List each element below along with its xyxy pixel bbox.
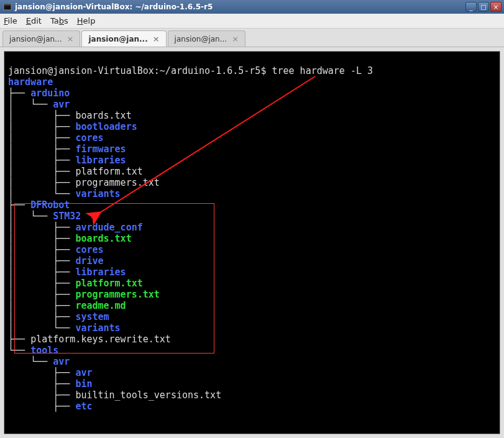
file-platform: platform.txt [75, 166, 142, 177]
file-programmers: programmers.txt [75, 177, 159, 188]
file-df-boards: boards.txt [75, 233, 131, 244]
file-df-platform: platform.txt [75, 278, 142, 289]
dir-tools: tools [30, 345, 58, 356]
file-builtin-tools: builtin_tools_versions.txt [75, 390, 221, 401]
dir-etc: etc [75, 401, 92, 412]
minimize-button[interactable]: _ [465, 2, 477, 12]
menu-edit[interactable]: Edit [26, 16, 42, 25]
dir-drive: drive [75, 255, 103, 267]
tree-root: hardware [8, 76, 53, 88]
window-controls: _ □ × [465, 2, 502, 12]
tab-close-icon[interactable]: × [67, 34, 74, 43]
tab-label: jansion@jan... [9, 35, 62, 43]
dir-bootloaders: bootloaders [75, 121, 137, 132]
tab-label: jansion@jan... [175, 35, 227, 43]
menubar: File Edit Tabs Help [0, 14, 504, 29]
dir-dfrobot: DFRobot [30, 199, 70, 211]
menu-tabs[interactable]: Tabs [50, 16, 68, 25]
tab-bar: jansion@jan... × jansion@jan... × jansio… [0, 29, 504, 47]
file-readme: readme.md [75, 300, 126, 311]
terminal-frame: jansion@jansion-VirtualBox:~/arduino-1.6… [0, 47, 504, 438]
file-df-programmers: programmers.txt [75, 289, 159, 300]
dir-libraries: libraries [75, 155, 126, 166]
tab-3[interactable]: jansion@jan... × [168, 30, 245, 47]
dir-bin: bin [75, 378, 92, 390]
menu-help[interactable]: Help [77, 16, 96, 25]
tab-close-icon[interactable]: × [153, 34, 160, 43]
dir-variants: variants [75, 188, 120, 199]
dir-df-variants: variants [75, 322, 120, 334]
window-titlebar: jansion@jansion-VirtualBox: ~/arduino-1.… [0, 0, 504, 14]
dir-avr: avr [53, 99, 70, 110]
tab-label: jansion@jan... [88, 35, 147, 43]
prompt-line: jansion@jansion-VirtualBox:~/arduino-1.6… [8, 65, 373, 76]
menu-file[interactable]: File [4, 16, 17, 25]
dir-cores: cores [75, 132, 103, 144]
app-icon [2, 2, 12, 12]
maximize-button[interactable]: □ [478, 2, 489, 12]
terminal[interactable]: jansion@jansion-VirtualBox:~/arduino-1.6… [4, 51, 500, 434]
dir-df-libraries: libraries [75, 267, 126, 278]
tab-1[interactable]: jansion@jan... × [2, 30, 80, 47]
tab-close-icon[interactable]: × [232, 34, 239, 43]
dir-arduino: arduino [30, 88, 70, 99]
tab-2[interactable]: jansion@jan... × [81, 30, 166, 47]
svg-rect-1 [4, 4, 11, 6]
dir-stm32: STM32 [53, 211, 81, 222]
dir-avrdude-conf: avrdude_conf [75, 222, 142, 233]
close-button[interactable]: × [490, 2, 502, 12]
dir-firmwares: firmwares [75, 144, 126, 155]
file-boards: boards.txt [75, 110, 131, 121]
file-platform-keys: platform.keys.rewrite.txt [30, 334, 171, 345]
dir-tools-avr: avr [53, 356, 70, 367]
dir-system: system [75, 311, 109, 322]
window-title: jansion@jansion-VirtualBox: ~/arduino-1.… [15, 2, 465, 11]
dir-df-cores: cores [75, 244, 103, 255]
dir-tools-avr2: avr [75, 367, 92, 378]
